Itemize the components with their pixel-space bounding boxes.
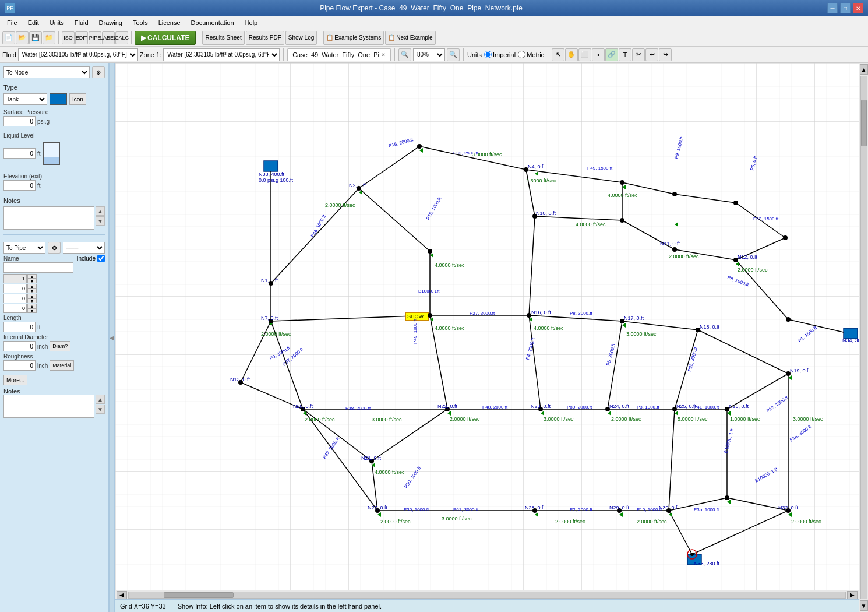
new-file-icon[interactable]: 📄 xyxy=(2,31,15,44)
h-scroll-track[interactable] xyxy=(128,592,846,599)
pipe-name-input[interactable] xyxy=(3,262,73,273)
num4-up-btn[interactable]: ▲ xyxy=(27,304,37,308)
h-scroll-left-btn[interactable]: ◀ xyxy=(117,591,127,599)
tank-a-symbol xyxy=(264,161,278,171)
menu-file[interactable]: File xyxy=(2,18,22,27)
node-settings-btn[interactable]: ⚙ xyxy=(92,66,105,78)
panel-collapse-handle[interactable]: ◀ xyxy=(110,63,115,612)
metric-radio[interactable] xyxy=(518,51,525,58)
label-n33: N33, 280.ft xyxy=(694,561,720,567)
iso-btn[interactable]: ISO xyxy=(62,31,75,44)
label-n24: N24, 0.ft xyxy=(609,403,630,409)
menu-help[interactable]: Help xyxy=(240,18,263,27)
file-tab[interactable]: Case_49_Water_Fifty_One_Pi ✕ xyxy=(287,48,391,61)
imperial-radio-label[interactable]: Imperial xyxy=(484,51,516,58)
menu-license[interactable]: License xyxy=(154,18,185,27)
imperial-radio[interactable] xyxy=(484,51,492,58)
v-scrollbar[interactable]: ▲ ▼ xyxy=(859,63,868,612)
save-file-icon[interactable]: 💾 xyxy=(29,31,42,44)
metric-radio-label[interactable]: Metric xyxy=(518,51,544,58)
include-checkbox[interactable] xyxy=(97,255,105,262)
num2-up-btn[interactable]: ▲ xyxy=(27,284,37,289)
num3-up-btn[interactable]: ▲ xyxy=(27,294,37,298)
to-pipe-select[interactable]: To Pipe xyxy=(3,242,45,254)
pipe-tool[interactable]: 🔗 xyxy=(605,48,618,61)
num2-down-btn[interactable]: ▼ xyxy=(27,289,37,293)
num1-down-btn[interactable]: ▼ xyxy=(27,279,37,283)
open-file-icon[interactable]: 📂 xyxy=(16,31,29,44)
pipe-line-style-select[interactable]: ─── xyxy=(63,242,105,254)
example-systems-button[interactable]: 📋 Example Systems xyxy=(323,31,384,45)
zone-select[interactable]: Water [62.303105 lb/ft³ at 0.0psi.g, 68°… xyxy=(163,48,280,61)
menu-drawing[interactable]: Drawing xyxy=(94,18,127,27)
menu-fluid[interactable]: Fluid xyxy=(70,18,93,27)
fluid-select[interactable]: Water [62.303105 lb/ft³ at 0.0psi.g, 68°… xyxy=(18,48,138,61)
pipe-num4-input[interactable] xyxy=(3,304,27,313)
notes-scroll-up[interactable]: ▲ xyxy=(96,206,105,216)
tab-close-icon[interactable]: ✕ xyxy=(381,52,386,58)
zoom-select[interactable]: 80% 100% 120% 50% xyxy=(413,48,445,61)
pipe-num3-input[interactable] xyxy=(3,294,27,303)
length-input[interactable] xyxy=(3,322,36,332)
type-select[interactable]: Tank xyxy=(3,93,47,105)
label-tool[interactable]: T xyxy=(619,48,631,61)
pipe-settings-btn[interactable]: ⚙ xyxy=(48,242,61,254)
next-example-button[interactable]: 📋 Next Example xyxy=(385,31,435,45)
maximize-button[interactable]: □ xyxy=(840,3,851,13)
h-scroll-thumb[interactable] xyxy=(164,592,234,598)
pipe-notes-scroll-up[interactable]: ▲ xyxy=(96,395,105,404)
cursor-tool[interactable]: ↖ xyxy=(552,48,564,61)
delete-tool[interactable]: ✂ xyxy=(632,48,645,61)
pan-tool[interactable]: ✋ xyxy=(565,48,578,61)
menu-tools[interactable]: Tools xyxy=(128,18,153,27)
v-scroll-down-btn[interactable]: ▼ xyxy=(860,600,868,611)
v-scroll-thumb[interactable] xyxy=(861,100,867,146)
minimize-button[interactable]: ─ xyxy=(827,3,838,13)
close-button[interactable]: ✕ xyxy=(853,3,863,13)
notes-textarea[interactable] xyxy=(3,206,94,230)
notes-scroll-down[interactable]: ▼ xyxy=(96,216,105,226)
surface-pressure-input[interactable] xyxy=(3,116,36,126)
pipe-notes-textarea[interactable] xyxy=(3,395,94,418)
roughness-input[interactable] xyxy=(3,360,36,371)
save-as-icon[interactable]: 📁 xyxy=(43,31,55,44)
edit-btn[interactable]: EDIT xyxy=(75,31,88,44)
menu-edit[interactable]: Edit xyxy=(23,18,44,27)
elevation-input[interactable] xyxy=(3,180,36,191)
liquid-level-input[interactable] xyxy=(3,148,36,159)
results-sheet-button[interactable]: Results Sheet xyxy=(202,31,244,45)
diam-button[interactable]: Diam? xyxy=(50,341,70,351)
pipe-btn[interactable]: PIPE xyxy=(89,31,101,44)
h-scrollbar[interactable]: ◀ ▶ xyxy=(115,590,859,599)
select-tool[interactable]: ⬜ xyxy=(578,48,591,61)
internal-diameter-input[interactable] xyxy=(3,341,36,351)
to-node-select[interactable]: To Node xyxy=(3,66,90,78)
show-log-button[interactable]: Show Log xyxy=(285,31,317,45)
num3-down-btn[interactable]: ▼ xyxy=(27,298,37,303)
menu-units[interactable]: Units xyxy=(45,18,69,27)
label-btn[interactable]: LABEL xyxy=(102,31,115,44)
v-scroll-track[interactable] xyxy=(860,76,867,599)
more-button[interactable]: More... xyxy=(3,375,27,385)
redo-icon[interactable]: ↪ xyxy=(659,48,672,61)
num1-up-btn[interactable]: ▲ xyxy=(27,274,37,279)
pipe-num2-input[interactable] xyxy=(3,284,27,293)
num4-down-btn[interactable]: ▼ xyxy=(27,308,37,313)
zoom-out-icon[interactable]: 🔍 xyxy=(398,48,411,61)
pipe-canvas-area[interactable]: pipe Flow ® expert www.pipeflow.com xyxy=(115,63,859,590)
node-tool[interactable]: • xyxy=(592,48,605,61)
flow-n32: 2.0000 ft/sec xyxy=(791,519,821,525)
menu-documentation[interactable]: Documentation xyxy=(186,18,239,27)
crlc-btn[interactable]: CALC xyxy=(115,31,128,44)
pipe-network-svg[interactable]: SHOW xyxy=(115,63,859,590)
calculate-button[interactable]: ▶ CALCULATE xyxy=(135,31,196,45)
h-scroll-right-btn[interactable]: ▶ xyxy=(847,591,858,599)
zoom-in-icon[interactable]: 🔍 xyxy=(447,48,460,61)
pipe-num1-input[interactable] xyxy=(3,274,27,283)
undo-icon[interactable]: ↩ xyxy=(645,48,658,61)
icon-button[interactable]: Icon xyxy=(69,93,86,105)
v-scroll-up-btn[interactable]: ▲ xyxy=(860,64,868,75)
material-button[interactable]: Material xyxy=(50,360,74,371)
pipe-notes-scroll-down[interactable]: ▼ xyxy=(96,405,105,414)
results-pdf-button[interactable]: Results PDF xyxy=(246,31,284,45)
